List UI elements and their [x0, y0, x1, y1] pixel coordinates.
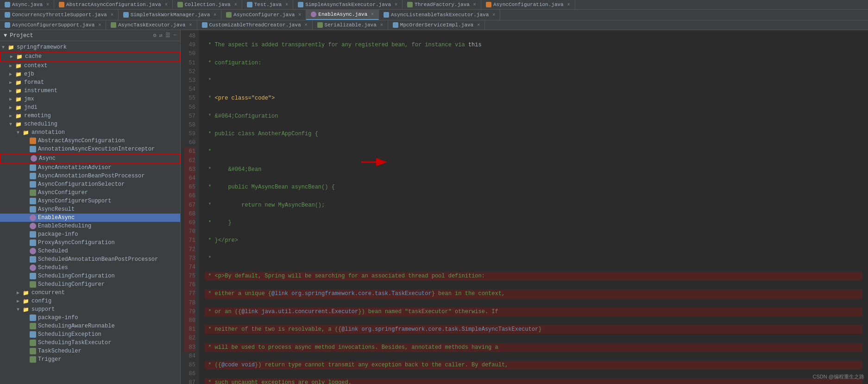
tab-collection[interactable]: Collection.java × [173, 0, 242, 9]
label-taskscheduler: TaskScheduler [38, 348, 82, 354]
tab-asyncconfiguration[interactable]: AsyncConfiguration.java × [481, 0, 575, 9]
icon-asyncbean [30, 173, 36, 179]
tree-item-jndi[interactable]: jndi [0, 103, 180, 112]
tree-item-enablescheduling[interactable]: EnableScheduling [0, 222, 180, 230]
project-panel: ▼ Project ⚙ ⇄ ☰ − springframework cache [0, 30, 181, 384]
code-content[interactable]: * The aspect is added transparently for … [199, 30, 868, 384]
label-ejb: ejb [24, 71, 34, 77]
code-editor[interactable]: 48495051525354555657585960 6162636465666… [181, 30, 868, 384]
tree-item-scheduledannotation[interactable]: ScheduledAnnotationBeanPostProcessor [0, 255, 180, 264]
tree-item-format[interactable]: format [0, 78, 180, 87]
tab-bar-row1: Async.java × AbstractAsyncConfiguration.… [0, 0, 868, 10]
label-asyncconfigselector: AsyncConfigurationSelector [38, 181, 125, 188]
icon-proxyasync [30, 239, 36, 246]
tree-item-packageinfo[interactable]: package-info [0, 230, 180, 239]
tab-test[interactable]: Test.java × [242, 0, 293, 9]
code-area: 48495051525354555657585960 6162636465666… [181, 30, 868, 384]
tree-item-asyncconfigsupport[interactable]: AsyncConfigurerSupport [0, 197, 180, 205]
minimize-icon[interactable]: − [173, 32, 176, 39]
tree-item-instrument[interactable]: instrument [0, 87, 180, 95]
folder-icon-springframework [7, 44, 15, 50]
tree-item-config[interactable]: config [0, 297, 180, 305]
tree-item-schedulingaware[interactable]: SchedulingAwareRunnable [0, 322, 180, 330]
tab-customizable[interactable]: CustomizableThreadCreator.java × [197, 20, 313, 30]
tree-item-packageinfo2[interactable]: package-info [0, 314, 180, 322]
label-remoting: remoting [24, 113, 51, 119]
tree-item-schedulingconfig[interactable]: SchedulingConfiguration [0, 272, 180, 280]
folder-icon-jmx [15, 96, 22, 102]
tree-item-asyncbean[interactable]: AsyncAnnotationBeanPostProcessor [0, 172, 180, 180]
icon-schedulingex [30, 331, 36, 338]
tree-item-enableasync[interactable]: EnableAsync [0, 214, 180, 222]
tab-abstractasync[interactable]: AbstractAsyncConfiguration.java × [54, 0, 173, 9]
tree-item-schedulingtask[interactable]: SchedulingTaskExecutor [0, 339, 180, 347]
arrow-scheduling [9, 122, 15, 127]
tab-asynctaskexecutor[interactable]: AsyncTaskExecutor.java × [106, 20, 197, 30]
tab-async-java[interactable]: Async.java × [0, 0, 54, 9]
tab-asynclistenable[interactable]: AsyncListenableTaskExecutor.java × [379, 10, 500, 20]
label-enablescheduling: EnableScheduling [38, 223, 91, 229]
gear-icon[interactable]: ☰ [165, 32, 170, 39]
tab-threadfactory[interactable]: ThreadFactory.java × [403, 0, 481, 9]
tab-simpleasync[interactable]: SimpleAsyncTaskExecutor.java × [293, 0, 403, 9]
tree-item-concurrent[interactable]: concurrent [0, 289, 180, 297]
icon-asyncconfigselector [30, 181, 36, 188]
tree-item-asyncconfigurer[interactable]: AsyncConfigurer [0, 189, 180, 197]
tree-item-schedulingex[interactable]: SchedulingException [0, 330, 180, 339]
icon-trigger [30, 356, 36, 363]
icon-asyncadvisor [30, 164, 36, 171]
label-proxyasync: ProxyAsyncConfiguration [38, 239, 115, 246]
tree-item-springframework[interactable]: springframework [0, 43, 180, 51]
tree-item-schedules[interactable]: Schedules [0, 264, 180, 272]
tree-item-abstractasync[interactable]: AbstractAsyncConfiguration [0, 137, 180, 145]
icon-async [31, 155, 37, 162]
label-schedulingtask: SchedulingTaskExecutor [38, 340, 111, 346]
tree-item-remoting[interactable]: remoting [0, 112, 180, 120]
project-header: ▼ Project ⚙ ⇄ ☰ − [0, 30, 180, 41]
tree-item-ejb[interactable]: ejb [0, 70, 180, 78]
tab-bar-row2: ConcurrencyThrottleSupport.java × Simple… [0, 10, 868, 20]
tree-item-scheduling[interactable]: scheduling [0, 120, 180, 128]
arrow-instrument [9, 88, 15, 94]
sync-icon[interactable]: ⇄ [159, 32, 163, 39]
tab-concurrency[interactable]: ConcurrencyThrottleSupport.java × [0, 10, 119, 20]
tree-item-annotationasync[interactable]: AnnotationAsyncExecutionInterceptor [0, 145, 180, 153]
project-title: Project [10, 32, 33, 39]
folder-icon-cache [16, 53, 23, 60]
tree-item-taskscheduler[interactable]: TaskScheduler [0, 347, 180, 355]
tab-simpletask[interactable]: SimpleTaskWorkManager.java × [119, 10, 222, 20]
label-schedulingconfig: SchedulingConfiguration [38, 273, 115, 279]
tree-item-annotation[interactable]: annotation [0, 128, 180, 137]
tab-asyncconfigurer[interactable]: AsyncConfigurer.java × [221, 10, 306, 20]
settings-icon[interactable]: ⚙ [153, 32, 156, 39]
label-config: config [31, 298, 51, 304]
tree-item-asyncadvisor[interactable]: AsyncAnnotationAdvisor [0, 164, 180, 172]
tree-item-support[interactable]: support [0, 305, 180, 314]
label-packageinfo2: package-info [38, 315, 78, 321]
arrow-remoting [9, 113, 15, 119]
tab-close-async[interactable]: × [46, 2, 49, 7]
tab-serializable[interactable]: Serializable.java × [313, 20, 388, 30]
tree-item-async[interactable]: Async [0, 153, 180, 164]
tree-item-scheduled[interactable]: Scheduled [0, 247, 180, 255]
tree-item-proxyasync[interactable]: ProxyAsyncConfiguration [0, 239, 180, 247]
arrow-jndi [9, 105, 15, 110]
tree-item-cache[interactable]: cache [0, 51, 180, 62]
tab-enableasync[interactable]: EnableAsync.java × [306, 10, 379, 20]
folder-icon-format [15, 79, 22, 86]
tree-item-trigger[interactable]: Trigger [0, 355, 180, 364]
project-arrow: ▼ [4, 32, 7, 39]
icon-schedulingaware [30, 323, 36, 329]
tree-item-schedulingconfigurer[interactable]: SchedulingConfigurer [0, 280, 180, 289]
tab-mpcorder[interactable]: MpcOrderServiceImpl.java × [388, 20, 485, 30]
tree-item-asyncresult[interactable]: AsyncResult [0, 205, 180, 214]
label-async: Async [39, 155, 56, 162]
icon-scheduled [30, 248, 36, 254]
tree-item-context[interactable]: context [0, 62, 180, 70]
label-scheduled: Scheduled [38, 248, 68, 254]
tree-item-jmx[interactable]: jmx [0, 95, 180, 103]
label-concurrent: concurrent [31, 290, 65, 296]
tab-asyncconfigurersupport[interactable]: AsyncConfigurerSupport.java × [0, 20, 106, 30]
tree-item-asyncconfigselector[interactable]: AsyncConfigurationSelector [0, 180, 180, 189]
label-schedulingaware: SchedulingAwareRunnable [38, 323, 115, 329]
